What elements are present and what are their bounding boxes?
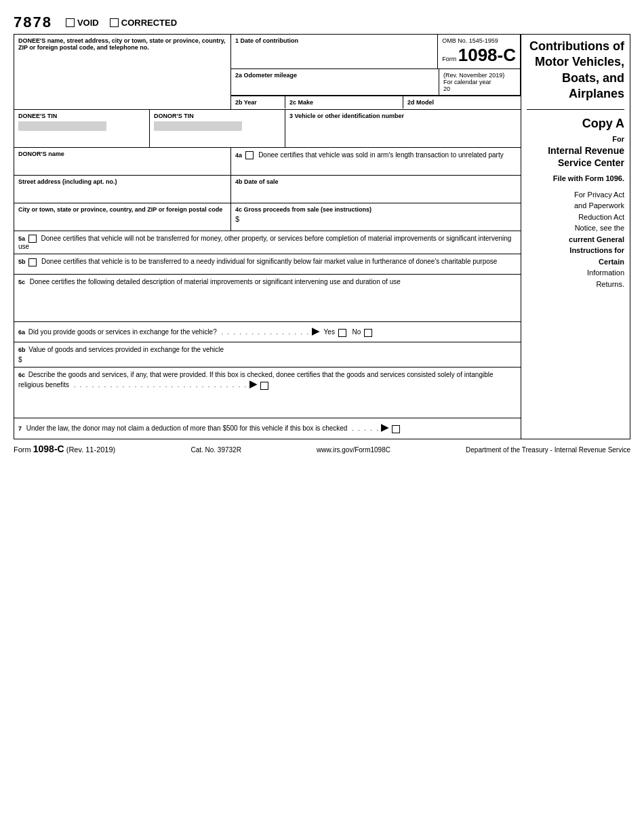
field6b-row: 6b Value of goods and services provided … bbox=[14, 342, 521, 368]
field7-arrow: ▶ bbox=[381, 422, 388, 433]
footer-form-id: 1098-C bbox=[33, 443, 64, 454]
donor-name-cell: DONOR'S name bbox=[14, 148, 231, 175]
void-checkbox[interactable] bbox=[66, 18, 75, 27]
for-label: For bbox=[527, 135, 624, 143]
field1-box: 1 Date of contribution bbox=[231, 35, 438, 68]
omb-number: OMB No. 1545-1959 bbox=[442, 37, 516, 44]
field4c-label: 4c Gross proceeds from sale (see instruc… bbox=[235, 206, 517, 213]
field6c-arrow: ▶ bbox=[249, 378, 257, 389]
donee-tin-cell: DONEE'S TIN bbox=[14, 110, 150, 147]
form-title: Contributions of Motor Vehicles, Boats, … bbox=[527, 39, 624, 110]
title-line1: Contributions of bbox=[529, 39, 624, 53]
privacy-bold1: current General bbox=[569, 235, 624, 243]
field7-text: Under the law, the donor may not claim a… bbox=[26, 424, 348, 432]
privacy-bold3: Certain bbox=[599, 258, 624, 266]
field5c-num: 5c bbox=[18, 279, 25, 285]
title-line2: Motor Vehicles, bbox=[535, 55, 624, 68]
field6a-arrow: ▶ bbox=[312, 325, 319, 336]
field2a-label: 2a Odometer mileage bbox=[235, 72, 435, 79]
title-line3: Boats, and bbox=[562, 71, 624, 85]
field5a-text: Donee certifies that vehicle will not be… bbox=[18, 235, 511, 250]
field6a-row: 6a Did you provide goods or services in … bbox=[14, 322, 521, 342]
field7-row: 7 Under the law, the donor may not claim… bbox=[14, 418, 521, 439]
donee-info-cell: DONEE'S name, street address, city or to… bbox=[14, 35, 231, 109]
field2b-label: 2b Year bbox=[235, 99, 281, 106]
field5b-checkbox[interactable] bbox=[28, 258, 37, 266]
right-sidebar: Contributions of Motor Vehicles, Boats, … bbox=[521, 35, 630, 439]
rev-date: (Rev. November 2019) bbox=[443, 72, 516, 79]
field4b-cell: 4b Date of sale bbox=[231, 176, 521, 203]
field4a-text: Donee certifies that vehicle was sold in… bbox=[258, 151, 504, 159]
field6c-checkbox[interactable] bbox=[260, 382, 268, 390]
service-line1: Internal Revenue bbox=[548, 145, 624, 156]
field7-dots: . . . . . bbox=[352, 425, 380, 432]
void-label: VOID bbox=[77, 18, 99, 28]
corrected-label: CORRECTED bbox=[121, 18, 177, 28]
privacy-line6: Returns. bbox=[596, 280, 624, 288]
footer-form-label: Form 1098-C (Rev. 11-2019) bbox=[14, 443, 115, 454]
corrected-checkbox[interactable] bbox=[110, 18, 119, 27]
street-label: Street address (including apt. no.) bbox=[18, 178, 226, 185]
footer-rev: (Rev. 11-2019) bbox=[66, 445, 116, 454]
field2b-box: 2b Year bbox=[231, 96, 285, 108]
copy-label: Copy A bbox=[527, 117, 624, 131]
street-address-cell: Street address (including apt. no.) bbox=[14, 176, 231, 203]
field7-checkbox[interactable] bbox=[392, 425, 400, 433]
field6a-dots: . . . . . . . . . . . . . . . bbox=[222, 329, 310, 336]
field6a-text: Did you provide goods or services in exc… bbox=[28, 328, 217, 336]
field6c-row: 6c Describe the goods and services, if a… bbox=[14, 368, 521, 418]
field5a-checkbox[interactable] bbox=[28, 235, 37, 243]
form-number: 7878 bbox=[14, 14, 52, 31]
field5b-num: 5b bbox=[18, 258, 26, 265]
field5c-row: 5c Donee certifies the following detaile… bbox=[14, 275, 521, 322]
privacy-notice: For Privacy Act and Paperwork Reduction … bbox=[527, 189, 624, 290]
field7-num: 7 bbox=[18, 425, 22, 432]
field6a-yes: Yes bbox=[324, 328, 335, 336]
field1-label: 1 Date of contribution bbox=[235, 37, 433, 44]
cal-year-label: For calendar year bbox=[443, 79, 516, 85]
field6b-text: Value of goods and services provided in … bbox=[28, 346, 224, 353]
field4a-num: 4a bbox=[235, 152, 242, 159]
corrected-checkbox-label[interactable]: CORRECTED bbox=[110, 18, 177, 28]
city-label: City or town, state or province, country… bbox=[18, 206, 226, 213]
field5a-num: 5a bbox=[18, 235, 25, 242]
omb-box: OMB No. 1545-1959 Form 1098-C bbox=[438, 35, 521, 68]
void-checkbox-label[interactable]: VOID bbox=[66, 18, 99, 28]
cal-year-value: 20 bbox=[443, 85, 516, 92]
service-center: Internal Revenue Service Center bbox=[527, 144, 624, 169]
field4b-label: 4b Date of sale bbox=[235, 178, 517, 185]
privacy-bold2: Instructions for bbox=[569, 246, 624, 254]
field3-label: 3 Vehicle or other identification number bbox=[289, 113, 517, 119]
vehicle-id-cell: 3 Vehicle or other identification number bbox=[285, 110, 521, 147]
field4c-dollar: $ bbox=[235, 215, 517, 223]
donee-tin-input[interactable] bbox=[18, 121, 106, 131]
field6c-num: 6c bbox=[18, 372, 25, 378]
form-id: 1098-C bbox=[458, 45, 516, 65]
field2d-label: 2d Model bbox=[407, 99, 517, 106]
field5b-text: Donee certifies that vehicle is to be tr… bbox=[41, 258, 497, 265]
donor-name-label: DONOR'S name bbox=[18, 151, 226, 157]
field6a-no-checkbox[interactable] bbox=[364, 329, 372, 337]
file-label: File with Form 1096. bbox=[527, 174, 624, 182]
donor-tin-cell: DONOR'S TIN bbox=[150, 110, 285, 147]
field6a-num: 6a bbox=[18, 329, 25, 336]
field2d-box: 2d Model bbox=[403, 96, 521, 108]
privacy-line1: For Privacy Act bbox=[574, 191, 624, 199]
field2a-box: 2a Odometer mileage bbox=[231, 69, 439, 95]
privacy-line3: Reduction Act bbox=[578, 213, 624, 221]
field6a-yes-checkbox[interactable] bbox=[338, 329, 346, 337]
footer-dept: Department of the Treasury - Internal Re… bbox=[466, 446, 630, 454]
field2c-box: 2c Make bbox=[285, 96, 403, 108]
field4a-cell: 4a Donee certifies that vehicle was sold… bbox=[231, 148, 521, 175]
field6a-no: No bbox=[352, 328, 361, 336]
title-line4: Airplanes bbox=[569, 87, 624, 100]
privacy-line4: Notice, see the bbox=[575, 224, 624, 232]
city-cell: City or town, state or province, country… bbox=[14, 203, 231, 231]
field4a-checkbox[interactable] bbox=[245, 151, 254, 159]
donee-label: DONEE'S name, street address, city or to… bbox=[18, 37, 226, 51]
footer-url: www.irs.gov/Form1098C bbox=[317, 446, 390, 454]
field6b-dollar: $ bbox=[18, 356, 517, 363]
field2c-label: 2c Make bbox=[289, 99, 399, 106]
field5c-text: Donee certifies the following detailed d… bbox=[30, 278, 401, 285]
donor-tin-input[interactable] bbox=[154, 121, 242, 131]
